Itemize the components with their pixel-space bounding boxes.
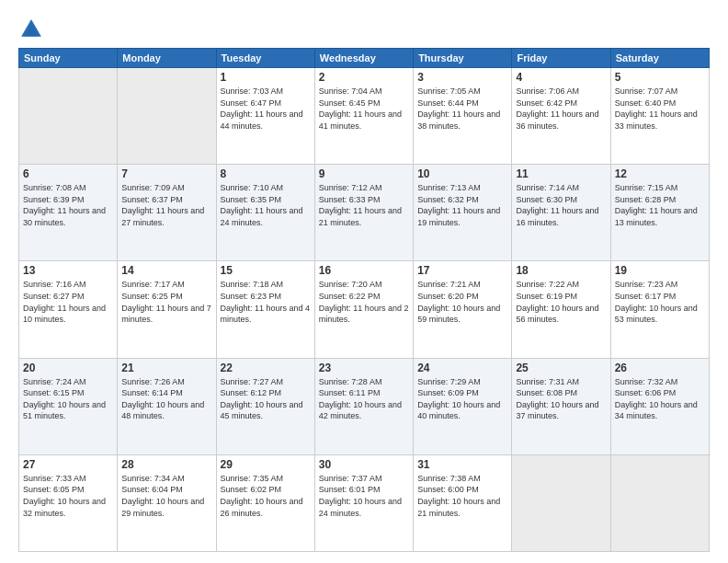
day-detail: Sunrise: 7:24 AMSunset: 6:15 PMDaylight:… (23, 376, 113, 422)
calendar-cell: 22Sunrise: 7:27 AMSunset: 6:12 PMDayligh… (216, 358, 314, 454)
sunrise: Sunrise: 7:24 AM (23, 377, 86, 386)
day-number: 15 (221, 264, 311, 277)
day-number: 22 (221, 362, 311, 374)
calendar-cell: 27Sunrise: 7:33 AMSunset: 6:05 PMDayligh… (19, 454, 118, 551)
daylight: Daylight: 11 hours and 16 minutes. (516, 206, 598, 227)
calendar-cell (512, 454, 610, 551)
day-number: 2 (319, 71, 409, 84)
day-number: 7 (121, 167, 211, 180)
calendar-cell: 9Sunrise: 7:12 AMSunset: 6:33 PMDaylight… (314, 165, 413, 261)
calendar-cell: 10Sunrise: 7:13 AMSunset: 6:32 PMDayligh… (414, 165, 512, 261)
day-number: 31 (417, 458, 507, 471)
sunrise: Sunrise: 7:06 AM (516, 86, 579, 96)
sunrise: Sunrise: 7:20 AM (319, 280, 382, 289)
day-number: 9 (319, 167, 409, 180)
sunset: Sunset: 6:02 PM (221, 485, 282, 494)
day-detail: Sunrise: 7:34 AMSunset: 6:04 PMDaylight:… (121, 473, 211, 519)
day-detail: Sunrise: 7:15 AMSunset: 6:28 PMDaylight:… (615, 182, 705, 228)
sunrise: Sunrise: 7:03 AM (221, 86, 284, 96)
daylight: Daylight: 10 hours and 32 minutes. (23, 497, 106, 518)
day-number: 12 (615, 167, 705, 180)
sunrise: Sunrise: 7:13 AM (417, 183, 481, 192)
day-detail: Sunrise: 7:21 AMSunset: 6:20 PMDaylight:… (417, 279, 507, 325)
day-detail: Sunrise: 7:10 AMSunset: 6:35 PMDaylight:… (221, 182, 311, 228)
sunrise: Sunrise: 7:10 AM (221, 183, 284, 192)
day-number: 8 (221, 167, 311, 180)
sunset: Sunset: 6:22 PM (319, 292, 381, 301)
calendar-cell: 29Sunrise: 7:35 AMSunset: 6:02 PMDayligh… (216, 454, 314, 551)
daylight: Daylight: 10 hours and 48 minutes. (121, 400, 204, 421)
sunrise: Sunrise: 7:28 AM (319, 377, 382, 386)
daylight: Daylight: 11 hours and 19 minutes. (417, 206, 500, 227)
day-detail: Sunrise: 7:29 AMSunset: 6:09 PMDaylight:… (417, 376, 507, 422)
sunrise: Sunrise: 7:16 AM (23, 280, 86, 289)
day-number: 14 (121, 264, 211, 277)
day-detail: Sunrise: 7:31 AMSunset: 6:08 PMDaylight:… (516, 376, 606, 422)
day-detail: Sunrise: 7:33 AMSunset: 6:05 PMDaylight:… (23, 473, 113, 519)
daylight: Daylight: 11 hours and 38 minutes. (417, 109, 500, 131)
day-detail: Sunrise: 7:22 AMSunset: 6:19 PMDaylight:… (516, 279, 606, 325)
daylight: Daylight: 11 hours and 33 minutes. (615, 109, 698, 131)
day-number: 23 (319, 362, 409, 374)
calendar-cell: 21Sunrise: 7:26 AMSunset: 6:14 PMDayligh… (118, 358, 216, 454)
daylight: Daylight: 10 hours and 21 minutes. (417, 497, 500, 518)
day-detail: Sunrise: 7:23 AMSunset: 6:17 PMDaylight:… (615, 279, 705, 325)
calendar-day-header: Thursday (414, 49, 512, 68)
calendar-cell (610, 454, 709, 551)
sunset: Sunset: 6:15 PM (23, 388, 85, 397)
calendar-cell: 16Sunrise: 7:20 AMSunset: 6:22 PMDayligh… (314, 261, 413, 358)
day-number: 18 (516, 264, 606, 277)
sunrise: Sunrise: 7:27 AM (221, 377, 284, 386)
sunrise: Sunrise: 7:26 AM (121, 377, 185, 386)
daylight: Daylight: 11 hours and 13 minutes. (615, 206, 698, 227)
calendar-day-header: Wednesday (314, 49, 413, 68)
sunset: Sunset: 6:32 PM (417, 195, 479, 204)
sunset: Sunset: 6:35 PM (221, 195, 282, 204)
day-detail: Sunrise: 7:26 AMSunset: 6:14 PMDaylight:… (121, 376, 211, 422)
sunrise: Sunrise: 7:17 AM (121, 280, 185, 289)
calendar-cell: 24Sunrise: 7:29 AMSunset: 6:09 PMDayligh… (414, 358, 512, 454)
daylight: Daylight: 10 hours and 53 minutes. (615, 304, 698, 325)
day-number: 11 (516, 167, 606, 180)
sunset: Sunset: 6:40 PM (615, 98, 677, 108)
sunrise: Sunrise: 7:08 AM (23, 183, 86, 192)
calendar-cell: 18Sunrise: 7:22 AMSunset: 6:19 PMDayligh… (512, 261, 610, 358)
sunset: Sunset: 6:14 PM (121, 388, 183, 397)
calendar-cell: 3Sunrise: 7:05 AMSunset: 6:44 PMDaylight… (414, 68, 512, 165)
day-number: 25 (516, 362, 606, 374)
calendar-cell: 13Sunrise: 7:16 AMSunset: 6:27 PMDayligh… (19, 261, 118, 358)
sunrise: Sunrise: 7:29 AM (417, 377, 481, 386)
day-detail: Sunrise: 7:07 AMSunset: 6:40 PMDaylight:… (615, 86, 705, 132)
calendar-cell: 19Sunrise: 7:23 AMSunset: 6:17 PMDayligh… (610, 261, 709, 358)
day-detail: Sunrise: 7:28 AMSunset: 6:11 PMDaylight:… (319, 376, 409, 422)
sunrise: Sunrise: 7:33 AM (23, 474, 86, 483)
sunset: Sunset: 6:05 PM (23, 485, 85, 494)
sunset: Sunset: 6:39 PM (23, 195, 85, 204)
sunset: Sunset: 6:45 PM (319, 98, 381, 108)
calendar-week-row: 27Sunrise: 7:33 AMSunset: 6:05 PMDayligh… (19, 454, 710, 551)
sunset: Sunset: 6:28 PM (615, 195, 677, 204)
page: SundayMondayTuesdayWednesdayThursdayFrid… (0, 0, 728, 563)
day-detail: Sunrise: 7:14 AMSunset: 6:30 PMDaylight:… (516, 182, 606, 228)
sunrise: Sunrise: 7:21 AM (417, 280, 481, 289)
calendar-day-header: Tuesday (216, 49, 314, 68)
day-detail: Sunrise: 7:17 AMSunset: 6:25 PMDaylight:… (121, 279, 211, 325)
daylight: Daylight: 10 hours and 37 minutes. (516, 400, 598, 421)
daylight: Daylight: 10 hours and 45 minutes. (221, 400, 303, 421)
calendar-cell: 6Sunrise: 7:08 AMSunset: 6:39 PMDaylight… (19, 165, 118, 261)
sunset: Sunset: 6:01 PM (319, 485, 381, 494)
sunrise: Sunrise: 7:37 AM (319, 474, 382, 483)
daylight: Daylight: 10 hours and 42 minutes. (319, 400, 402, 421)
day-number: 20 (23, 362, 113, 374)
sunrise: Sunrise: 7:23 AM (615, 280, 678, 289)
calendar-header-row: SundayMondayTuesdayWednesdayThursdayFrid… (19, 49, 710, 68)
sunrise: Sunrise: 7:12 AM (319, 183, 382, 192)
daylight: Daylight: 11 hours and 4 minutes. (221, 304, 311, 325)
calendar-cell: 12Sunrise: 7:15 AMSunset: 6:28 PMDayligh… (610, 165, 709, 261)
sunset: Sunset: 6:20 PM (417, 292, 479, 301)
sunset: Sunset: 6:19 PM (516, 292, 577, 301)
day-number: 21 (121, 362, 211, 374)
day-detail: Sunrise: 7:37 AMSunset: 6:01 PMDaylight:… (319, 473, 409, 519)
daylight: Daylight: 10 hours and 24 minutes. (319, 497, 402, 518)
sunset: Sunset: 6:06 PM (615, 388, 677, 397)
